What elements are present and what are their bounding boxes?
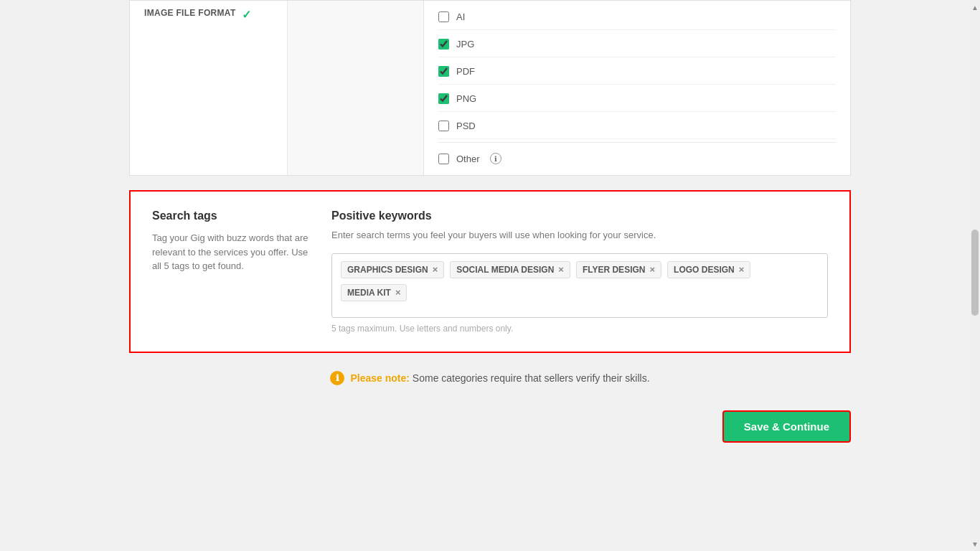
tags-left-desc: Tag your Gig with buzz words that are re…	[152, 231, 310, 273]
save-continue-button[interactable]: Save & Continue	[722, 410, 851, 443]
checkbox-other-label: Other	[456, 154, 480, 164]
tag-social-media-design: SOCIAL MEDIA DESIGN ×	[450, 261, 570, 278]
checkbox-png-input[interactable]	[438, 93, 449, 104]
tag-remove-media-kit[interactable]: ×	[395, 288, 401, 297]
tag-logo-design: LOGO DESIGN ×	[667, 261, 750, 278]
please-note-icon: ℹ	[330, 371, 344, 385]
please-note-body: Some categories require that sellers ver…	[413, 372, 650, 384]
checkbox-psd-input[interactable]	[438, 121, 449, 131]
checkbox-ai-input[interactable]	[438, 11, 449, 22]
checkbox-psd: PSD	[438, 113, 836, 139]
checkbox-psd-label: PSD	[456, 121, 476, 131]
checkbox-jpg-label: JPG	[456, 39, 474, 50]
tags-right-panel: Positive keywords Enter search terms you…	[331, 209, 828, 334]
please-note-text: Please note: Some categories require tha…	[350, 372, 649, 384]
please-note-prefix: Please note:	[350, 372, 409, 384]
checkbox-ai: AI	[438, 4, 836, 30]
tag-graphics-design: GRAPHICS DESIGN ×	[341, 261, 444, 278]
tags-left-title: Search tags	[152, 209, 310, 222]
format-label: IMAGE FILE FORMAT	[144, 8, 236, 18]
checkbox-other-input[interactable]	[438, 154, 449, 164]
checkbox-png-label: PNG	[456, 93, 476, 104]
checkbox-pdf-label: PDF	[456, 66, 475, 77]
tag-label-graphics-design: GRAPHICS DESIGN	[347, 265, 428, 275]
checkbox-png: PNG	[438, 86, 836, 112]
tags-input-area[interactable]: GRAPHICS DESIGN × SOCIAL MEDIA DESIGN × …	[331, 253, 828, 318]
search-tags-section: Search tags Tag your Gig with buzz words…	[129, 190, 851, 353]
checkbox-other: Other ℹ	[438, 146, 836, 171]
tag-remove-graphics-design[interactable]: ×	[433, 265, 438, 274]
tag-remove-social-media-design[interactable]: ×	[558, 265, 564, 274]
checkbox-jpg: JPG	[438, 32, 836, 57]
scrollbar-thumb[interactable]	[971, 230, 979, 316]
scroll-up-arrow[interactable]: ▲	[970, 0, 980, 14]
scroll-down-arrow[interactable]: ▼	[970, 537, 980, 551]
checkbox-pdf-input[interactable]	[438, 66, 449, 77]
checkbox-jpg-input[interactable]	[438, 39, 449, 50]
image-file-format-section: IMAGE FILE FORMAT ✓ AI JPG PDF PNG	[129, 0, 851, 176]
tag-label-flyer-design: FLYER DESIGN	[583, 265, 646, 275]
tags-right-desc: Enter search terms you feel your buyers …	[331, 228, 828, 242]
tag-label-logo-design: LOGO DESIGN	[674, 265, 735, 275]
bottom-actions: Save & Continue	[129, 403, 851, 464]
format-checkboxes-list: AI JPG PDF PNG PSD	[424, 1, 850, 175]
tag-label-social-media-design: SOCIAL MEDIA DESIGN	[456, 265, 554, 275]
please-note-section: ℹ Please note: Some categories require t…	[129, 353, 851, 403]
format-preview	[288, 1, 424, 175]
format-label-area: IMAGE FILE FORMAT ✓	[130, 1, 288, 175]
checkbox-ai-label: AI	[456, 11, 465, 22]
tag-media-kit: MEDIA KIT ×	[341, 284, 407, 301]
tags-left-panel: Search tags Tag your Gig with buzz words…	[152, 209, 310, 334]
tags-hint: 5 tags maximum. Use letters and numbers …	[331, 324, 828, 334]
checkbox-pdf: PDF	[438, 59, 836, 85]
tags-right-title: Positive keywords	[331, 209, 828, 222]
scrollbar[interactable]: ▲ ▼	[970, 0, 980, 551]
tag-remove-logo-design[interactable]: ×	[739, 265, 745, 274]
tag-flyer-design: FLYER DESIGN ×	[576, 261, 661, 278]
tag-remove-flyer-design[interactable]: ×	[649, 265, 655, 274]
other-info-icon[interactable]: ℹ	[490, 153, 501, 164]
tag-label-media-kit: MEDIA KIT	[347, 288, 391, 298]
check-icon: ✓	[242, 8, 251, 22]
